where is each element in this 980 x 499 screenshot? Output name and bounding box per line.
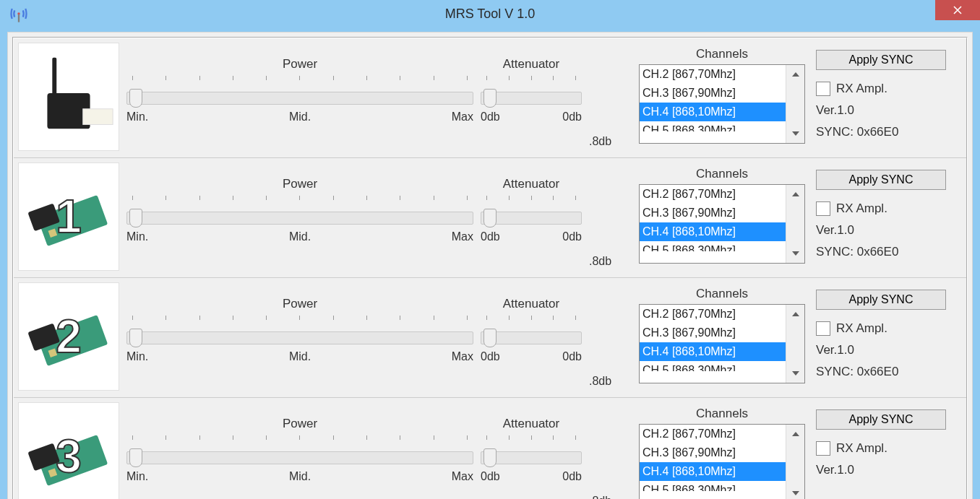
channel-item[interactable]: CH.3 [867,90Mhz] xyxy=(640,84,786,103)
channels-scrollbar[interactable] xyxy=(786,425,804,499)
rx-ampl-label: RX Ampl. xyxy=(836,321,887,336)
device-icon: 2 xyxy=(18,282,119,391)
rx-ampl-checkbox[interactable]: RX Ampl. xyxy=(816,82,946,96)
attenuator-label: Attenuator xyxy=(503,57,559,71)
channels-scrollbar[interactable] xyxy=(786,65,804,143)
channels-block: Channels CH.2 [867,70Mhz]CH.3 [867,90Mhz… xyxy=(635,402,809,499)
checkbox-box[interactable] xyxy=(816,201,830,216)
attenuator-slider[interactable] xyxy=(481,204,582,223)
power-slider[interactable] xyxy=(126,84,473,103)
attenuator-label: Attenuator xyxy=(503,177,559,191)
scroll-up-icon[interactable] xyxy=(786,185,804,204)
attenuator-scale: 0db0db xyxy=(481,470,582,483)
channel-item[interactable]: CH.4 [868,10Mhz] xyxy=(640,222,786,241)
power-label: Power xyxy=(283,177,317,191)
atten-max-label: .8db xyxy=(589,162,628,271)
channel-item[interactable]: CH.3 [867,90Mhz] xyxy=(640,324,786,342)
power-label: Power xyxy=(283,57,317,71)
channel-item[interactable]: CH.3 [867,90Mhz] xyxy=(640,443,786,462)
channel-item[interactable]: CH.4 [868,10Mhz] xyxy=(640,103,786,121)
rx-ampl-label: RX Ampl. xyxy=(836,201,887,216)
scroll-up-icon[interactable] xyxy=(786,425,804,443)
channel-item[interactable]: CH.5 [868,30Mhz] xyxy=(640,241,786,251)
rx-ampl-checkbox[interactable]: RX Ampl. xyxy=(816,321,946,336)
channel-item[interactable]: CH.4 [868,10Mhz] xyxy=(640,342,786,361)
checkbox-box[interactable] xyxy=(816,441,830,456)
scroll-up-icon[interactable] xyxy=(786,65,804,84)
version-label: Ver.1.0 xyxy=(816,223,946,238)
channel-item[interactable]: CH.2 [867,70Mhz] xyxy=(640,65,786,84)
attenuator-slider[interactable] xyxy=(481,444,582,463)
channel-item[interactable]: CH.5 [868,30Mhz] xyxy=(640,361,786,371)
rx-ampl-label: RX Ampl. xyxy=(836,441,887,456)
window-body: Power Min.Mid.Max Attenuator 0db0db .8db xyxy=(7,32,973,499)
channel-item[interactable]: CH.2 [867,70Mhz] xyxy=(640,425,786,443)
sync-label: SYNC: 0x66E0 xyxy=(816,245,946,259)
device-row: 2 Power Min.Mid.Max Attenuator 0db0db xyxy=(14,278,966,398)
power-label: Power xyxy=(283,417,317,431)
attenuator-block: Attenuator 0db0db xyxy=(481,43,582,123)
scroll-down-icon[interactable] xyxy=(786,244,804,263)
channels-label: Channels xyxy=(696,287,748,301)
power-slider[interactable] xyxy=(126,444,473,463)
rx-ampl-checkbox[interactable]: RX Ampl. xyxy=(816,201,946,216)
close-button[interactable] xyxy=(935,0,980,20)
channel-item[interactable]: CH.5 [868,30Mhz] xyxy=(640,481,786,491)
window-title: MRS Tool V 1.0 xyxy=(445,6,536,22)
power-block: Power Min.Mid.Max xyxy=(126,43,473,123)
channel-item[interactable]: CH.5 [868,30Mhz] xyxy=(640,121,786,131)
scroll-down-icon[interactable] xyxy=(786,124,804,143)
channels-listbox[interactable]: CH.2 [867,70Mhz]CH.3 [867,90Mhz]CH.4 [86… xyxy=(639,184,805,264)
power-block: Power Min.Mid.Max xyxy=(126,402,473,483)
attenuator-scale: 0db0db xyxy=(481,110,582,123)
channels-scrollbar[interactable] xyxy=(786,305,804,383)
channel-item[interactable]: CH.2 [867,70Mhz] xyxy=(640,305,786,324)
apply-sync-button[interactable]: Apply SYNC xyxy=(816,50,946,70)
sync-label: SYNC: 0x66E0 xyxy=(816,125,946,139)
device-number: 1 xyxy=(56,190,82,243)
channels-listbox[interactable]: CH.2 [867,70Mhz]CH.3 [867,90Mhz]CH.4 [86… xyxy=(639,64,805,144)
sync-label: SYNC: 0x66E0 xyxy=(816,365,946,379)
channels-label: Channels xyxy=(696,167,748,181)
channels-list-items: CH.2 [867,70Mhz]CH.3 [867,90Mhz]CH.4 [86… xyxy=(640,305,786,383)
attenuator-slider[interactable] xyxy=(481,84,582,103)
atten-max-label: .8db xyxy=(589,43,628,151)
rx-ampl-checkbox[interactable]: RX Ampl. xyxy=(816,441,946,456)
device-icon: 1 xyxy=(18,162,119,271)
channels-listbox[interactable]: CH.2 [867,70Mhz]CH.3 [867,90Mhz]CH.4 [86… xyxy=(639,424,805,499)
apply-sync-button[interactable]: Apply SYNC xyxy=(816,290,946,310)
channels-list-items: CH.2 [867,70Mhz]CH.3 [867,90Mhz]CH.4 [86… xyxy=(640,425,786,499)
svg-rect-3 xyxy=(52,58,56,97)
channel-item[interactable]: CH.4 [868,10Mhz] xyxy=(640,462,786,481)
version-label: Ver.1.0 xyxy=(816,463,946,477)
power-slider[interactable] xyxy=(126,204,473,223)
channels-listbox[interactable]: CH.2 [867,70Mhz]CH.3 [867,90Mhz]CH.4 [86… xyxy=(639,304,805,383)
app-icon xyxy=(9,4,29,24)
scroll-down-icon[interactable] xyxy=(786,484,804,499)
channels-block: Channels CH.2 [867,70Mhz]CH.3 [867,90Mhz… xyxy=(635,43,809,144)
checkbox-box[interactable] xyxy=(816,82,830,96)
channel-item[interactable]: CH.2 [867,70Mhz] xyxy=(640,185,786,204)
power-scale: Min.Mid.Max xyxy=(126,110,473,123)
attenuator-label: Attenuator xyxy=(503,417,559,431)
channels-scrollbar[interactable] xyxy=(786,185,804,263)
device-number: 3 xyxy=(56,430,82,483)
apply-sync-button[interactable]: Apply SYNC xyxy=(816,409,946,430)
apply-sync-button[interactable]: Apply SYNC xyxy=(816,170,946,190)
power-label: Power xyxy=(283,297,317,311)
version-label: Ver.1.0 xyxy=(816,343,946,357)
attenuator-block: Attenuator 0db0db xyxy=(481,402,582,483)
power-slider[interactable] xyxy=(126,324,473,343)
attenuator-slider[interactable] xyxy=(481,324,582,343)
device-icon: 3 xyxy=(18,402,119,499)
scroll-down-icon[interactable] xyxy=(786,364,804,383)
channel-item[interactable]: CH.3 [867,90Mhz] xyxy=(640,204,786,222)
checkbox-box[interactable] xyxy=(816,321,830,336)
svg-rect-4 xyxy=(83,109,113,125)
channels-block: Channels CH.2 [867,70Mhz]CH.3 [867,90Mhz… xyxy=(635,282,809,383)
attenuator-block: Attenuator 0db0db xyxy=(481,162,582,243)
right-controls: Apply SYNC RX Ampl. Ver.1.0 xyxy=(816,402,946,477)
power-block: Power Min.Mid.Max xyxy=(126,282,473,363)
scroll-up-icon[interactable] xyxy=(786,305,804,324)
right-controls: Apply SYNC RX Ampl. Ver.1.0 SYNC: 0x66E0 xyxy=(816,282,946,379)
